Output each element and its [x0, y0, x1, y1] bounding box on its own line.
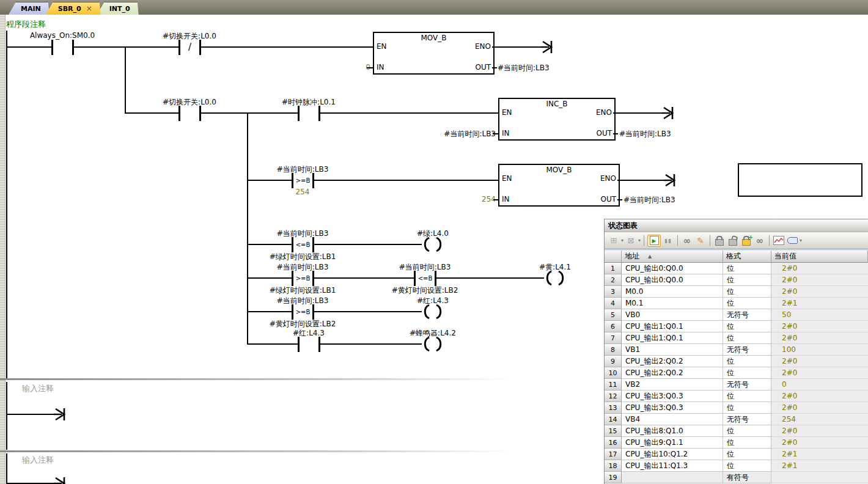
operand-label[interactable]: #当前时间:LB3 — [498, 63, 550, 73]
format-cell[interactable]: 有符号 — [723, 472, 771, 483]
read-icon[interactable]: ∞ — [681, 235, 693, 246]
row-number-cell[interactable]: 8 — [605, 344, 622, 356]
row-number-cell[interactable]: 4 — [605, 298, 622, 309]
row-number-cell[interactable]: 16 — [605, 437, 622, 449]
row-number-cell[interactable]: 7 — [605, 332, 622, 344]
value-cell[interactable]: 2#1 — [771, 460, 868, 472]
row-number-cell[interactable]: 2 — [605, 274, 622, 286]
header-format[interactable]: 格式 — [723, 251, 771, 263]
tab-sbr0[interactable]: SBR_0 × — [46, 2, 101, 15]
operand-label[interactable]: #当前时间:LB3 — [444, 129, 496, 139]
contact-no-switch[interactable] — [178, 106, 201, 121]
value-cell[interactable]: 100 — [771, 344, 868, 356]
table-row[interactable]: 10CPU_输出2:Q0.2位2#0 — [605, 367, 868, 379]
address-cell[interactable]: M0.0 — [622, 286, 723, 298]
row-number-cell[interactable]: 1 — [605, 263, 622, 274]
row-number-cell[interactable]: 3 — [605, 286, 622, 298]
format-cell[interactable]: 无符号 — [723, 309, 771, 321]
table-row[interactable]: 14VB4无符号254 — [605, 414, 868, 425]
header-row-number[interactable] — [605, 251, 622, 263]
contact-label[interactable]: Always_On:SM0.0 — [30, 31, 95, 40]
table-row[interactable]: 8VB1无符号100 — [605, 344, 868, 356]
table-row[interactable]: 18CPU_输出11:Q1.3位2#1 — [605, 460, 868, 472]
compare-contact-leb[interactable]: <=B — [414, 271, 436, 286]
value-cell[interactable]: 2#0 — [771, 263, 868, 274]
address-cell[interactable]: VB4 — [622, 414, 723, 425]
compare-contact-leb[interactable]: <=B — [292, 237, 314, 252]
address-cell[interactable]: VB1 — [622, 344, 723, 356]
chevron-down-icon[interactable]: ▾ — [638, 238, 641, 243]
value-cell[interactable]: 2#0 — [771, 402, 868, 414]
value-cell[interactable]: 2#0 — [771, 356, 868, 367]
value-cell[interactable]: 2#0 — [771, 391, 868, 402]
network-comment[interactable]: 程序段注释 — [6, 19, 46, 30]
row-number-cell[interactable]: 19 — [605, 472, 622, 483]
value-cell[interactable]: 2#0 — [771, 274, 868, 286]
contact-nc-switch[interactable]: / — [178, 40, 201, 55]
value-cell[interactable]: 0 — [771, 379, 868, 391]
format-cell[interactable]: 位 — [723, 367, 771, 379]
tab-int0[interactable]: INT_0 — [97, 2, 139, 15]
coil-buzzer[interactable] — [422, 336, 444, 352]
value-cell[interactable]: 2#0 — [771, 332, 868, 344]
value-cell[interactable] — [771, 472, 868, 483]
table-row[interactable]: 17CPU_输出10:Q1.2位2#1 — [605, 449, 868, 460]
value-cell[interactable]: 2#0 — [771, 437, 868, 449]
value-cell[interactable]: 254 — [771, 414, 868, 425]
table-row[interactable]: 6CPU_输出1:Q0.1位2#0 — [605, 321, 868, 332]
network-comment-placeholder[interactable]: 输入注释 — [22, 383, 54, 394]
row-number-cell[interactable]: 17 — [605, 449, 622, 460]
row-number-cell[interactable]: 18 — [605, 460, 622, 472]
coil-green[interactable] — [422, 237, 444, 252]
tag-icon[interactable] — [786, 235, 798, 246]
row-number-cell[interactable]: 15 — [605, 425, 622, 437]
contact-no-clock-pulse[interactable] — [298, 106, 320, 121]
format-cell[interactable]: 位 — [723, 274, 771, 286]
table-row[interactable]: 9CPU_输出2:Q0.2位2#0 — [605, 356, 868, 367]
force-icon[interactable] — [713, 235, 726, 246]
value-cell[interactable]: 2#0 — [771, 425, 868, 437]
contact-no-red[interactable] — [298, 337, 320, 352]
format-cell[interactable]: 无符号 — [723, 379, 771, 391]
chevron-down-icon[interactable]: ▾ — [621, 238, 623, 243]
compare-contact-geb[interactable]: >=B — [292, 304, 314, 320]
pause-icon[interactable]: ▮▮ — [662, 235, 674, 246]
format-cell[interactable]: 位 — [723, 298, 771, 309]
coil-red[interactable] — [422, 304, 444, 320]
format-cell[interactable]: 位 — [723, 402, 771, 414]
block-mov-b-2[interactable]: MOV_B EN ENO IN OUT — [498, 164, 620, 207]
table-row[interactable]: 2CPU_输出0:Q0.0位2#0 — [605, 274, 868, 286]
format-cell[interactable]: 位 — [723, 356, 771, 367]
operand-label[interactable]: #当前时间:LB3 — [619, 129, 671, 139]
delete-row-icon[interactable]: ⊠ — [625, 235, 637, 246]
format-cell[interactable]: 位 — [723, 332, 771, 344]
table-row[interactable]: 1CPU_输出0:Q0.0位2#0 — [605, 263, 868, 274]
row-number-cell[interactable]: 9 — [605, 356, 622, 367]
header-value[interactable]: 当前值 — [771, 251, 868, 263]
format-cell[interactable]: 位 — [723, 449, 771, 460]
format-cell[interactable]: 位 — [723, 286, 771, 298]
address-cell[interactable]: VB2 — [622, 379, 723, 391]
row-number-cell[interactable]: 6 — [605, 321, 622, 332]
table-row[interactable]: 4M0.1位2#1 — [605, 298, 868, 309]
tab-main[interactable]: MAIN — [9, 2, 50, 15]
compare-contact-geb[interactable]: >=B — [292, 173, 314, 188]
value-cell[interactable]: 2#1 — [771, 298, 868, 309]
chevron-down-icon[interactable]: ▾ — [800, 238, 802, 243]
value-cell[interactable]: 2#0 — [771, 367, 868, 379]
address-cell[interactable]: CPU_输出1:Q0.1 — [622, 321, 723, 332]
chart-status-run-icon[interactable]: ▶ — [647, 235, 661, 247]
address-cell[interactable]: CPU_输出2:Q0.2 — [622, 356, 723, 367]
address-cell[interactable]: CPU_输出8:Q1.0 — [622, 425, 723, 437]
format-cell[interactable]: 位 — [723, 460, 771, 472]
operand-label[interactable]: #当前时间:LB3 — [623, 195, 675, 205]
compare-bottom-label[interactable]: #黄灯时间设置:LB2 — [392, 285, 458, 296]
table-row[interactable]: 7CPU_输出1:Q0.1位2#0 — [605, 332, 868, 344]
address-cell[interactable]: CPU_输出0:Q0.0 — [622, 274, 723, 286]
coil-yellow[interactable] — [544, 270, 566, 286]
row-number-cell[interactable]: 10 — [605, 367, 622, 379]
value-cell[interactable]: 50 — [771, 309, 868, 321]
table-row[interactable]: 15CPU_输出8:Q1.0位2#0 — [605, 425, 868, 437]
insert-row-icon[interactable]: ⊞ — [608, 235, 620, 246]
row-number-cell[interactable]: 12 — [605, 391, 622, 402]
